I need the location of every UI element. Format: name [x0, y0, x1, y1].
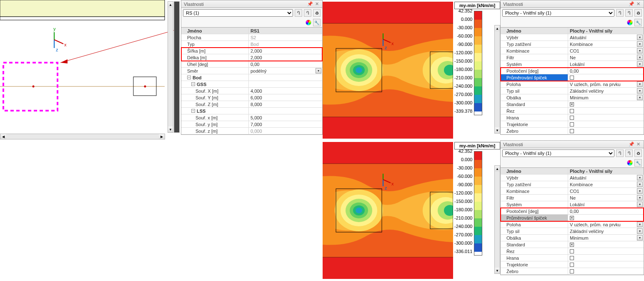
selector-dropdown[interactable]: Plochy - Vnitřní síly (1) — [502, 149, 614, 157]
chevron-down-icon[interactable] — [637, 41, 643, 47]
wrench-icon[interactable]: 🔧 — [634, 159, 642, 167]
chevron-down-icon[interactable] — [637, 195, 643, 200]
value[interactable]: 5,000 — [249, 114, 322, 121]
color-wheel-icon[interactable] — [627, 160, 633, 166]
value[interactable]: Ne — [568, 195, 644, 201]
value[interactable]: Minimum — [568, 235, 644, 241]
value[interactable]: 4,000 — [249, 88, 322, 94]
selector-dropdown[interactable]: RS (1) — [183, 9, 293, 17]
close-icon[interactable]: ✕ — [635, 1, 641, 7]
chevron-down-icon[interactable] — [637, 35, 643, 40]
chevron-down-icon[interactable] — [637, 235, 643, 240]
checkbox[interactable] — [568, 268, 644, 274]
value[interactable]: Ne — [568, 54, 644, 61]
chevron-down-icon[interactable] — [637, 55, 643, 60]
value[interactable]: Lokální — [568, 201, 644, 208]
chevron-down-icon[interactable] — [637, 182, 643, 187]
value-length[interactable]: 2,000 — [249, 54, 322, 61]
contour-plot-bottom[interactable]: z x my-min [kNm/m]42.3520.000-30.000-60.… — [323, 140, 500, 281]
chevron-down-icon[interactable] — [316, 68, 321, 73]
value[interactable]: 6,000 — [249, 94, 322, 101]
chevron-down-icon[interactable] — [637, 81, 643, 87]
value[interactable]: Kombinace — [568, 41, 644, 47]
checkbox-icon[interactable] — [570, 249, 574, 253]
checkbox-icon[interactable] — [570, 102, 574, 106]
checkbox[interactable] — [568, 121, 644, 127]
color-wheel-icon[interactable] — [306, 20, 311, 25]
value-width[interactable]: 2,000 — [249, 48, 322, 54]
checkbox-icon[interactable] — [570, 216, 574, 220]
checkbox-peak-averaging[interactable] — [568, 215, 644, 221]
value[interactable]: 0,00 — [568, 68, 644, 74]
value[interactable]: Základní veličiny — [568, 88, 644, 94]
checkbox-icon[interactable] — [570, 122, 574, 127]
value[interactable]: 0,00 — [568, 208, 644, 214]
checkbox[interactable] — [568, 108, 644, 114]
checkbox[interactable] — [568, 255, 644, 261]
checkbox-icon[interactable] — [570, 76, 574, 80]
checkbox[interactable] — [568, 114, 644, 121]
scrollbar-v[interactable]: ▲▼ — [168, 1, 173, 133]
value[interactable]: Kombinace — [568, 181, 644, 187]
recycle-icon[interactable]: ♻ — [634, 149, 642, 157]
pin-icon[interactable]: 📌 — [629, 142, 634, 147]
checkbox-icon[interactable] — [570, 109, 574, 113]
value[interactable]: Aktuální — [568, 175, 644, 181]
pin-icon[interactable]: 📌 — [307, 1, 313, 7]
chevron-down-icon[interactable] — [637, 175, 643, 180]
value[interactable]: V uzlech, prům. na prvku — [568, 221, 644, 228]
checkbox-icon[interactable] — [570, 256, 574, 260]
value[interactable]: CO1 — [568, 48, 644, 54]
tree-gss[interactable]: −GSS — [181, 81, 249, 87]
wrench-icon[interactable]: 🔧 — [634, 19, 642, 26]
filter2-icon[interactable]: Ⴄ — [625, 9, 633, 17]
chevron-down-icon[interactable] — [637, 222, 643, 227]
checkbox-icon[interactable] — [570, 116, 574, 120]
checkbox[interactable] — [568, 241, 644, 248]
wrench-icon[interactable]: 🔧 — [313, 19, 321, 26]
chevron-down-icon[interactable] — [637, 61, 643, 67]
tree-bod[interactable]: −Bod — [181, 74, 249, 81]
recycle-icon[interactable]: ♻ — [634, 9, 642, 17]
selector-dropdown[interactable]: Plochy - Vnitřní síly (1) — [502, 9, 614, 17]
chevron-down-icon[interactable] — [637, 188, 643, 194]
value[interactable]: Lokální — [568, 61, 644, 67]
chevron-down-icon[interactable] — [637, 48, 643, 53]
scrollbar-v[interactable]: ▲▼ — [494, 165, 500, 274]
checkbox-icon[interactable] — [570, 129, 574, 133]
close-icon[interactable]: ✕ — [635, 142, 641, 147]
scrollbar-h[interactable]: ◀▶ — [0, 134, 165, 139]
value[interactable]: CO1 — [568, 188, 644, 194]
chevron-down-icon[interactable] — [637, 202, 643, 207]
panel-title-bar[interactable]: Vlastnosti📌✕ — [500, 0, 644, 8]
value[interactable]: 7,000 — [249, 121, 322, 127]
chevron-down-icon[interactable] — [637, 95, 643, 100]
value[interactable]: 0,00 — [249, 61, 322, 67]
value[interactable]: V uzlech, prům. na prvku — [568, 81, 644, 87]
checkbox-icon[interactable] — [570, 263, 574, 267]
panel-title-bar[interactable]: Vlastnosti📌✕ — [500, 140, 644, 148]
value[interactable]: Minimum — [568, 94, 644, 101]
checkbox-icon[interactable] — [570, 269, 574, 273]
value[interactable]: 8,000 — [249, 101, 322, 107]
checkbox[interactable] — [568, 128, 644, 134]
chevron-down-icon[interactable] — [637, 88, 643, 94]
scrollbar-v[interactable]: ▲▼ — [494, 25, 500, 134]
recycle-icon[interactable]: ♻ — [313, 9, 321, 17]
model-view[interactable]: y z x ▲▼ ◀▶ — [0, 0, 181, 140]
tree-lss[interactable]: −LSS — [181, 108, 249, 114]
contour-plot-top[interactable]: z x my-min [kNm/m]42.3520.000-30.000-60.… — [323, 0, 500, 140]
filter-icon[interactable]: Ⴄ — [295, 9, 302, 17]
filter-icon[interactable]: Ⴄ — [616, 149, 624, 157]
value-dropdown[interactable]: podélný — [249, 68, 322, 74]
filter2-icon[interactable]: Ⴄ — [625, 149, 633, 157]
checkbox-icon[interactable] — [570, 243, 574, 247]
checkbox[interactable] — [568, 101, 644, 107]
checkbox[interactable] — [568, 261, 644, 268]
checkbox-peak-averaging[interactable] — [568, 74, 644, 81]
close-icon[interactable]: ✕ — [314, 1, 320, 7]
value[interactable]: Aktuální — [568, 34, 644, 41]
color-wheel-icon[interactable] — [627, 20, 633, 25]
filter2-icon[interactable]: Ⴄ — [304, 9, 311, 17]
value[interactable]: Základní veličiny — [568, 228, 644, 234]
